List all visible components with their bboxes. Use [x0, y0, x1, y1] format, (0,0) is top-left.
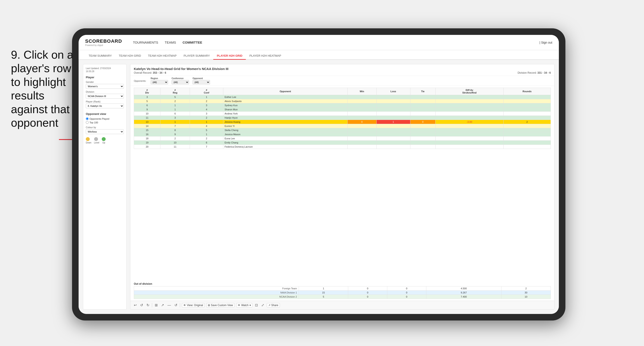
- h2h-grid-table: #Div #Reg #Conf Opponent Win Loss Tie Di…: [134, 88, 551, 149]
- table-row[interactable]: 1311Jessica Huang010-3.002: [134, 120, 551, 124]
- tab-team-h2h-heatmap[interactable]: TEAM H2H HEATMAP: [144, 52, 180, 60]
- logo-area: SCOREBOARD Powered by clippd: [85, 38, 122, 46]
- colour-by-label: Colour by: [86, 126, 124, 129]
- table-row[interactable]: 20117Federica Domecq Lacroze: [134, 145, 551, 149]
- view-icon: 👁: [184, 304, 186, 307]
- region-select[interactable]: (All): [151, 80, 168, 84]
- logo-sub: Powered by clippd: [85, 44, 103, 46]
- table-row[interactable]: 1132Haeijo Hyun: [134, 116, 551, 120]
- circle-up: [102, 137, 106, 141]
- ood-row: NCAA Division 25007.40010: [134, 295, 551, 299]
- save-icon: ⊞: [208, 304, 210, 307]
- fullscreen-button[interactable]: ⤢: [260, 303, 265, 308]
- nav-teams[interactable]: TEAMS: [164, 39, 176, 45]
- col-win: Win: [348, 88, 376, 95]
- colour-legend: Down Level Up: [86, 137, 124, 144]
- table-row[interactable]: 19106Emily Chang: [134, 141, 551, 145]
- tab-team-summary[interactable]: TEAM SUMMARY: [85, 52, 115, 60]
- table-row[interactable]: 522Alexis Sudjianto: [134, 99, 551, 103]
- nav-tournaments[interactable]: TOURNAMENTS: [133, 39, 158, 45]
- filter-opponent: Opponent (All): [192, 77, 210, 84]
- opponents-label: Opponents:: [134, 80, 146, 82]
- col-tie: Tie: [410, 88, 435, 95]
- col-opponent: Opponent: [223, 88, 347, 95]
- overall-record: Overall Record: 353 - 34 - 6: [134, 71, 166, 74]
- table-row[interactable]: 914Sharon Mun: [134, 108, 551, 112]
- opponent-select[interactable]: (All): [192, 80, 210, 84]
- tablet-screen: SCOREBOARD Powered by clippd TOURNAMENTS…: [78, 35, 559, 314]
- nav-links: TOURNAMENTS TEAMS COMMITTEE: [133, 39, 202, 45]
- tablet-shell: SCOREBOARD Powered by clippd TOURNAMENTS…: [72, 28, 566, 321]
- circle-up-label: Up: [102, 142, 106, 144]
- arrow-button[interactable]: ↗: [160, 303, 165, 308]
- col-diff: Diff AvStrokes/Rnd: [435, 88, 504, 95]
- colour-by-select[interactable]: Win/loss: [86, 129, 124, 134]
- division-label: Division: [86, 90, 124, 93]
- save-custom-button[interactable]: ⊞ Save Custom View: [206, 303, 234, 307]
- undo-button[interactable]: ↩: [133, 303, 138, 308]
- table-row[interactable]: 1691Jessica Mason: [134, 132, 551, 137]
- tab-team-h2h-grid[interactable]: TEAM H2H GRID: [115, 52, 144, 60]
- resize-button[interactable]: ⊡: [254, 303, 259, 308]
- table-row[interactable]: 1063Andrea York: [134, 112, 551, 116]
- nav-committee[interactable]: COMMITTEE: [182, 39, 202, 45]
- tab-player-h2h-grid[interactable]: PLAYER H2H GRID: [213, 52, 246, 60]
- redo-next-button[interactable]: ↻: [146, 303, 150, 308]
- top-nav: SCOREBOARD Powered by clippd TOURNAMENTS…: [78, 35, 559, 50]
- colour-section: Colour by Win/loss Down Level: [86, 126, 124, 144]
- col-rounds: Rounds: [504, 88, 550, 95]
- tab-player-h2h-heatmap[interactable]: PLAYER H2H HEATMAP: [246, 52, 284, 60]
- gender-label: Gender: [86, 81, 124, 83]
- table-row[interactable]: 613Sydney Kuo: [134, 103, 551, 108]
- table-row[interactable]: 1474Eunice Yi: [134, 124, 551, 128]
- table-header-row: #Div #Reg #Conf Opponent Win Loss Tie Di…: [134, 88, 551, 95]
- circle-level: [94, 137, 98, 141]
- filter-conference: Conference (All): [172, 77, 189, 84]
- tab-player-summary[interactable]: PLAYER SUMMARY: [180, 52, 213, 60]
- redo-prev-button[interactable]: ↺: [139, 303, 144, 308]
- bottom-toolbar: ↩ ↺ ↻ ⊞ ↗ — ↺ 👁 View: Original ⊞ Sav: [130, 301, 554, 309]
- player-rank-select[interactable]: 8. Katelyn Vo: [86, 104, 124, 108]
- view-original-button[interactable]: 👁 View: Original: [182, 303, 204, 307]
- grid-container: #Div #Reg #Conf Opponent Win Loss Tie Di…: [130, 86, 554, 281]
- ood-row: NAIA Division 115009.26730: [134, 291, 551, 295]
- division-select[interactable]: NCAA Division III: [86, 94, 124, 99]
- watch-button[interactable]: 👁 Watch ▾: [236, 303, 252, 307]
- col-reg: #Reg: [160, 88, 190, 95]
- filter-row: Opponents: Region (All) Conference (All): [130, 76, 554, 86]
- watch-icon: 👁: [238, 304, 240, 307]
- ood-title: Out of division: [134, 282, 551, 285]
- filter-region: Region (All): [151, 77, 168, 84]
- sidebar: Last Updated: 27/03/2024 16:55:28 Player…: [83, 64, 126, 310]
- refresh-button[interactable]: ↺: [174, 303, 178, 308]
- record-row: Overall Record: 353 - 34 - 6 Division Re…: [134, 71, 551, 74]
- circle-down-label: Down: [86, 142, 92, 144]
- radio-opponents-played[interactable]: Opponents Played: [86, 117, 124, 120]
- table-row[interactable]: 1822Euna Lee: [134, 137, 551, 141]
- player-section-title: Player: [86, 76, 124, 79]
- share-button[interactable]: ↗ Share: [267, 303, 280, 307]
- col-conf: #Conf: [190, 88, 223, 95]
- player-rank-label: Player (Rank): [86, 100, 124, 103]
- share-icon: ↗: [268, 304, 270, 307]
- conference-select[interactable]: (All): [172, 80, 189, 84]
- content-panel: Katelyn Vo Head-to-Head Grid for Women's…: [130, 64, 554, 310]
- panel-header: Katelyn Vo Head-to-Head Grid for Women's…: [130, 64, 554, 76]
- ood-section: Out of division Foreign Team1004.5002NAI…: [130, 281, 554, 301]
- sub-nav: TEAM SUMMARY TEAM H2H GRID TEAM H2H HEAT…: [78, 50, 559, 60]
- circle-down: [86, 137, 90, 141]
- radio-top100[interactable]: Top 100: [86, 121, 124, 124]
- crop-button[interactable]: ⊞: [154, 303, 158, 308]
- table-row[interactable]: 1585Stella Cheng: [134, 128, 551, 132]
- gender-select[interactable]: Women's: [86, 84, 124, 89]
- circle-level-label: Level: [94, 142, 99, 144]
- col-loss: Loss: [376, 88, 410, 95]
- opponent-view-section: Opponent view Opponents Played Top 100: [86, 112, 124, 124]
- logo-text: SCOREBOARD: [85, 38, 122, 44]
- last-updated: Last Updated: 27/03/2024 16:55:28: [86, 67, 124, 73]
- col-div: #Div: [134, 88, 160, 95]
- annotation-text: 9. Click on a player's row to highlight …: [11, 48, 74, 130]
- sign-out[interactable]: | Sign out: [540, 41, 552, 44]
- table-row[interactable]: 351Esther Lee: [134, 95, 551, 99]
- dash-button[interactable]: —: [166, 303, 172, 308]
